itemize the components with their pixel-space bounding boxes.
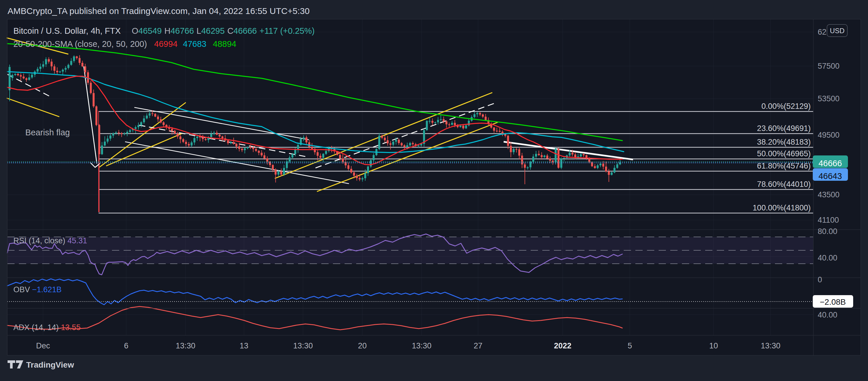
svg-text:USD: USD [830, 27, 845, 35]
svg-text:40.00: 40.00 [818, 311, 837, 319]
svg-text:2022: 2022 [554, 342, 571, 350]
svg-text:13:30: 13:30 [176, 342, 195, 350]
svg-text:AMBCrypto_TA published on Trad: AMBCrypto_TA published on TradingView.co… [7, 6, 310, 16]
svg-text:46666: 46666 [818, 158, 842, 168]
svg-text:ADX (14, 14) 13.55: ADX (14, 14) 13.55 [13, 323, 81, 332]
svg-text:−2.08B: −2.08B [820, 297, 846, 306]
svg-text:49500: 49500 [818, 131, 839, 139]
svg-text:48894: 48894 [213, 39, 237, 49]
svg-text:0.00%(52129): 0.00%(52129) [761, 102, 811, 111]
svg-text:13:30: 13:30 [412, 342, 432, 350]
svg-text:80.00: 80.00 [818, 227, 837, 236]
svg-text:OBV −1.621B: OBV −1.621B [13, 285, 62, 294]
svg-text:20: 20 [358, 342, 367, 350]
svg-text:13:30: 13:30 [293, 342, 313, 350]
svg-text:13: 13 [240, 342, 248, 350]
svg-text:78.60%(44010): 78.60%(44010) [757, 180, 811, 188]
svg-text:47683: 47683 [183, 39, 207, 49]
svg-text:46994: 46994 [154, 39, 178, 49]
svg-text:100.00%(41800): 100.00%(41800) [752, 203, 811, 212]
svg-text:5: 5 [627, 342, 632, 350]
svg-text:10: 10 [709, 342, 718, 350]
svg-text:20-50-200-SMA (close, 20, 50,: 20-50-200-SMA (close, 20, 50, 200) [13, 39, 147, 49]
svg-text:Bitcoin / U.S. Dollar, 4h, FTX: Bitcoin / U.S. Dollar, 4h, FTX [13, 26, 121, 35]
svg-text:43500: 43500 [818, 190, 839, 199]
svg-text:57500: 57500 [818, 62, 839, 70]
svg-text:6: 6 [124, 342, 128, 350]
svg-text:40.00: 40.00 [818, 254, 837, 262]
svg-text:O46549H46766L46295C46666+117 (: O46549H46766L46295C46666+117 (+0.25%) [132, 26, 315, 35]
svg-text:Dec: Dec [36, 342, 50, 350]
svg-text:TradingView: TradingView [26, 360, 74, 369]
svg-text:23.60%(49691): 23.60%(49691) [757, 124, 811, 133]
svg-text:46643: 46643 [818, 171, 842, 181]
svg-text:Bearish flag: Bearish flag [25, 128, 70, 137]
svg-text:27: 27 [474, 342, 483, 350]
svg-text:41100: 41100 [818, 216, 839, 225]
svg-text:13:30: 13:30 [761, 342, 780, 350]
svg-text:50.00%(46965): 50.00%(46965) [757, 149, 811, 158]
svg-text:38.20%(48183): 38.20%(48183) [757, 138, 811, 146]
svg-text:RSI (14, close) 45.31: RSI (14, close) 45.31 [13, 236, 87, 245]
svg-text:53500: 53500 [818, 94, 839, 103]
svg-text:0: 0 [818, 275, 822, 284]
